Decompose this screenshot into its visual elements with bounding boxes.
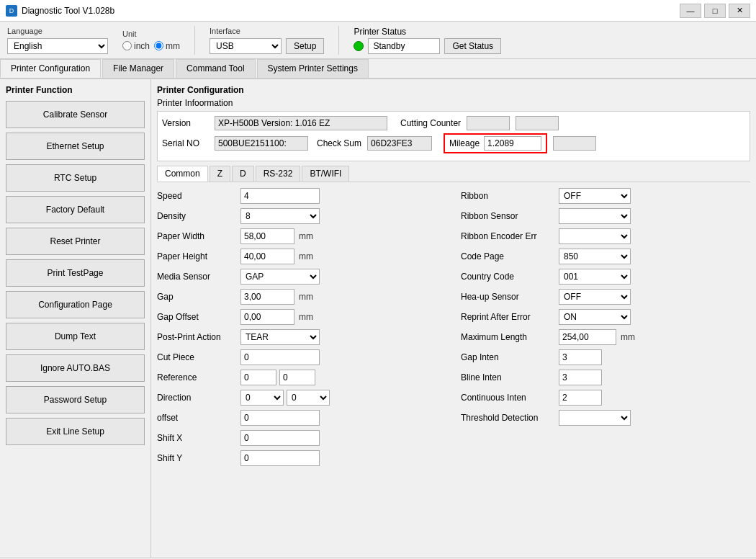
language-select[interactable]: English Chinese Japanese (7, 38, 108, 54)
close-button[interactable]: ✕ (729, 4, 750, 18)
ribbon-select[interactable]: OFF ON (559, 188, 631, 204)
unit-inch-label[interactable]: inch (122, 41, 150, 51)
cutting-counter-extra[interactable] (516, 116, 559, 130)
print-testpage-button[interactable]: Print TestPage (6, 259, 145, 287)
offset-label: offset (157, 413, 236, 423)
interface-label: Interface (210, 27, 324, 35)
app-icon: D (6, 5, 17, 17)
offset-row: offset (157, 410, 446, 426)
setup-button[interactable]: Setup (286, 38, 324, 54)
cut-piece-input[interactable] (240, 349, 320, 365)
speed-input[interactable] (240, 188, 320, 204)
tab-system-printer-settings[interactable]: System Printer Settings (257, 59, 369, 78)
mileage-label: Mileage (449, 138, 480, 148)
max-length-input[interactable] (559, 329, 616, 345)
heaup-sensor-label: Hea-up Sensor (461, 292, 554, 302)
cutting-counter-input[interactable] (467, 116, 510, 130)
ribbon-encoder-label: Ribbon Encoder Err (461, 231, 554, 241)
gap-offset-input[interactable] (240, 309, 294, 325)
bline-inten-input[interactable] (559, 370, 602, 385)
get-status-button[interactable]: Get Status (444, 38, 501, 54)
mileage-input[interactable] (484, 136, 541, 151)
configuration-page-button[interactable]: Configuration Page (6, 291, 145, 318)
checksum-label: Check Sum (317, 138, 361, 148)
threshold-detection-select[interactable] (559, 410, 631, 426)
paper-height-row: Paper Height mm (157, 249, 446, 264)
media-sensor-select[interactable]: GAP BLine Continuous (240, 269, 320, 285)
restore-button[interactable]: □ (704, 4, 726, 18)
reference-input-1[interactable] (240, 370, 276, 385)
toolbar: Language English Chinese Japanese Unit i… (0, 22, 756, 59)
ignore-autobase-button[interactable]: Ignore AUTO.BAS (6, 354, 145, 382)
shift-y-input[interactable] (240, 450, 320, 466)
subtab-d[interactable]: D (232, 166, 254, 182)
tab-file-manager[interactable]: File Manager (102, 59, 174, 78)
minimize-button[interactable]: — (680, 4, 701, 18)
rtc-setup-button[interactable]: RTC Setup (6, 164, 145, 192)
shift-x-row: Shift X (157, 430, 446, 446)
unit-mm-label[interactable]: mm (154, 41, 180, 51)
paper-height-input[interactable] (240, 249, 294, 264)
version-input[interactable] (215, 116, 387, 130)
section-title: Printer Configuration (157, 85, 750, 95)
density-select[interactable]: 8 1234567910 (240, 208, 320, 224)
direction-select-2[interactable]: 01 (287, 390, 330, 406)
ethernet-setup-button[interactable]: Ethernet Setup (6, 133, 145, 160)
titlebar: D Diagnostic Tool V1.028b — □ ✕ (0, 0, 756, 22)
interface-group: Interface USB COM1 COM2 LPT1 Setup (210, 27, 324, 54)
subtab-common[interactable]: Common (157, 166, 208, 182)
content-area: Printer Configuration Printer Infoormati… (151, 79, 756, 558)
mileage-extra[interactable] (553, 136, 596, 151)
gap-offset-label: Gap Offset (157, 312, 236, 322)
tab-printer-configuration[interactable]: Printer Configuration (0, 59, 101, 78)
unit-mm-radio[interactable] (154, 41, 163, 50)
code-page-select[interactable]: 850 (559, 249, 631, 264)
unit-label: Unit (122, 30, 180, 38)
speed-label: Speed (157, 191, 236, 201)
heaup-sensor-select[interactable]: OFF ON (559, 289, 631, 305)
shift-x-label: Shift X (157, 433, 236, 443)
direction-select-1[interactable]: 01 (240, 390, 284, 406)
factory-default-button[interactable]: Factory Default (6, 196, 145, 223)
paper-width-input[interactable] (240, 228, 294, 244)
subtab-rs232[interactable]: RS-232 (256, 166, 301, 182)
gap-inten-input[interactable] (559, 349, 602, 365)
post-print-row: Post-Print Action TEAR PEEL CUTTER (157, 329, 446, 345)
gap-input[interactable] (240, 289, 294, 305)
density-row: Density 8 1234567910 (157, 208, 446, 224)
shift-x-input[interactable] (240, 430, 320, 446)
subtab-btwifi[interactable]: BT/WIFI (302, 166, 349, 182)
continuous-inten-input[interactable] (559, 390, 602, 406)
reference-input-2[interactable] (279, 370, 315, 385)
config-grid: Speed Density 8 1234567910 Paper Width m… (157, 188, 750, 470)
titlebar-controls: — □ ✕ (680, 4, 750, 18)
serial-input[interactable] (215, 136, 308, 151)
speed-row: Speed (157, 188, 446, 204)
reference-inputs (240, 370, 315, 385)
printer-info: Version Cutting Counter Serial NO Check … (157, 111, 750, 161)
reset-printer-button[interactable]: Reset Printer (6, 228, 145, 255)
dump-text-button[interactable]: Dump Text (6, 323, 145, 350)
country-code-select[interactable]: 001 (559, 269, 631, 285)
ribbon-sensor-row: Ribbon Sensor (461, 208, 750, 224)
reprint-error-select[interactable]: ON OFF (559, 309, 631, 325)
exit-line-setup-button[interactable]: Exit Line Setup (6, 418, 145, 445)
interface-select[interactable]: USB COM1 COM2 LPT1 (210, 38, 282, 54)
checksum-input[interactable] (367, 136, 432, 151)
password-setup-button[interactable]: Password Setup (6, 386, 145, 413)
app-title: Diagnostic Tool V1.028b (22, 6, 114, 16)
ribbon-sensor-select[interactable] (559, 208, 631, 224)
language-group: Language English Chinese Japanese (7, 27, 108, 54)
subtab-z[interactable]: Z (210, 166, 230, 182)
unit-inch-radio[interactable] (122, 41, 132, 50)
code-page-row: Code Page 850 (461, 249, 750, 264)
max-length-unit: mm (621, 332, 635, 342)
tab-command-tool[interactable]: Command Tool (176, 59, 255, 78)
printer-status-label: Printer Status (354, 27, 501, 37)
threshold-detection-label: Threshold Detection (461, 413, 554, 423)
reference-row: Reference (157, 370, 446, 385)
calibrate-sensor-button[interactable]: Calibrate Sensor (6, 101, 145, 128)
post-print-select[interactable]: TEAR PEEL CUTTER (240, 329, 320, 345)
ribbon-encoder-select[interactable] (559, 228, 631, 244)
offset-input[interactable] (240, 410, 320, 426)
